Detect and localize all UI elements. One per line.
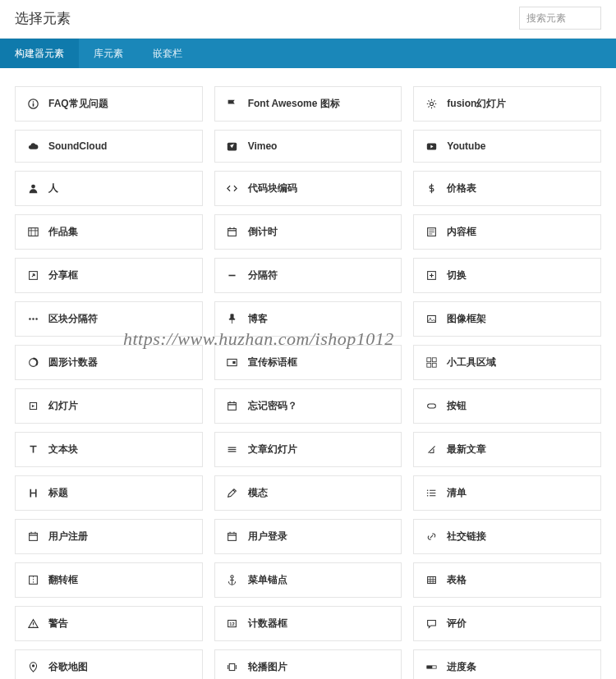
element-item-label: 社交链接 xyxy=(447,530,486,544)
carousel-icon xyxy=(227,662,238,673)
element-item[interactable]: fusion幻灯片 xyxy=(413,86,601,122)
element-item[interactable]: 标题 xyxy=(15,475,203,511)
element-item[interactable]: 代码块编码 xyxy=(214,171,402,206)
list-icon xyxy=(425,488,437,499)
element-item[interactable]: 人 xyxy=(15,171,203,206)
slides-icon xyxy=(27,401,39,412)
element-item[interactable]: 内容框 xyxy=(413,214,601,250)
element-item[interactable]: SoundCloud xyxy=(15,130,203,163)
element-item[interactable]: 忘记密码？ xyxy=(214,388,402,424)
element-item[interactable]: 评价 xyxy=(413,606,601,641)
element-item[interactable]: 文本块 xyxy=(15,432,203,467)
element-item[interactable]: 倒计时 xyxy=(214,214,402,250)
element-item[interactable]: 作品集 xyxy=(15,214,203,250)
calendar-icon xyxy=(227,227,238,238)
element-item-label: 文章幻灯片 xyxy=(248,443,297,456)
element-item[interactable]: 小工具区域 xyxy=(413,345,601,380)
element-item[interactable]: 文章幻灯片 xyxy=(214,432,402,467)
element-item[interactable]: 图像框架 xyxy=(413,301,601,337)
comment-icon xyxy=(425,618,437,630)
element-item-label: 警告 xyxy=(48,617,68,631)
element-item-label: 文本块 xyxy=(48,443,78,456)
element-item[interactable]: 社交链接 xyxy=(413,519,601,554)
elements-grid: FAQ常见问题Font Awesome 图标fusion幻灯片SoundClou… xyxy=(0,68,616,679)
element-item-label: 清单 xyxy=(447,486,467,500)
element-item-label: 分享框 xyxy=(48,268,78,282)
element-item[interactable]: 分享框 xyxy=(15,258,203,293)
element-item[interactable]: 进度条 xyxy=(413,649,601,679)
gear-icon xyxy=(425,99,437,110)
element-item-label: 轮播图片 xyxy=(248,660,287,674)
element-item[interactable]: 区块分隔符 xyxy=(15,301,203,337)
table-icon xyxy=(425,575,437,586)
element-item-label: 切换 xyxy=(447,268,467,282)
calendar-icon xyxy=(27,531,39,543)
link-icon xyxy=(425,531,437,543)
element-item[interactable]: 切换 xyxy=(413,258,601,293)
element-item-label: 倒计时 xyxy=(248,225,278,239)
tagline-icon xyxy=(227,357,238,369)
tab-library-elements[interactable]: 库元素 xyxy=(79,39,138,68)
element-item[interactable]: 计数器框 xyxy=(214,606,402,641)
search-input[interactable] xyxy=(519,7,601,30)
layers-icon xyxy=(227,444,238,456)
element-item[interactable]: 按钮 xyxy=(413,388,601,424)
flag-icon xyxy=(227,99,238,110)
heading-icon xyxy=(27,488,39,499)
dollar-icon xyxy=(425,183,437,195)
element-item-label: Vimeo xyxy=(248,140,278,152)
element-item[interactable]: Font Awesome 图标 xyxy=(214,86,402,122)
element-item-label: 分隔符 xyxy=(248,268,278,282)
element-item[interactable]: 分隔符 xyxy=(214,258,402,293)
element-item[interactable]: 警告 xyxy=(15,606,203,641)
element-item-label: 用户登录 xyxy=(248,530,287,544)
element-item[interactable]: 菜单锚点 xyxy=(214,562,402,598)
element-item-label: 幻灯片 xyxy=(48,399,78,413)
element-item-label: 小工具区域 xyxy=(447,356,496,369)
widget-icon xyxy=(425,357,437,369)
element-item[interactable]: 清单 xyxy=(413,475,601,511)
element-item-label: 表格 xyxy=(447,573,467,587)
element-item[interactable]: 最新文章 xyxy=(413,432,601,467)
element-item-label: 按钮 xyxy=(447,399,467,413)
element-item-label: 圆形计数器 xyxy=(48,356,98,369)
element-item-label: 博客 xyxy=(248,312,268,326)
element-item[interactable]: 宣传标语框 xyxy=(214,345,402,380)
element-item[interactable]: 价格表 xyxy=(413,171,601,206)
element-item[interactable]: 幻灯片 xyxy=(15,388,203,424)
element-item-label: FAQ常见问题 xyxy=(48,97,108,111)
element-item[interactable]: 用户注册 xyxy=(15,519,203,554)
element-item[interactable]: 表格 xyxy=(413,562,601,598)
calendar-icon xyxy=(227,531,238,543)
button-icon xyxy=(425,401,437,412)
element-item[interactable]: FAQ常见问题 xyxy=(15,86,203,122)
element-item-label: 图像框架 xyxy=(447,312,486,326)
anchor-icon xyxy=(227,575,238,586)
element-item[interactable]: 轮播图片 xyxy=(214,649,402,679)
element-item[interactable]: 翻转框 xyxy=(15,562,203,598)
element-item-label: 价格表 xyxy=(447,181,476,195)
element-item[interactable]: 圆形计数器 xyxy=(15,345,203,380)
element-item[interactable]: Vimeo xyxy=(214,130,402,163)
toggle-icon xyxy=(425,270,437,282)
share-icon xyxy=(27,270,39,282)
element-item-label: 作品集 xyxy=(48,225,78,239)
element-item[interactable]: Youtube xyxy=(413,130,601,163)
element-item-label: fusion幻灯片 xyxy=(447,97,506,111)
element-item-label: 宣传标语框 xyxy=(248,356,297,369)
youtube-icon xyxy=(425,140,437,152)
element-item[interactable]: 模态 xyxy=(214,475,402,511)
element-item-label: 最新文章 xyxy=(447,443,486,456)
cloud-icon xyxy=(27,140,39,152)
text-icon xyxy=(27,444,39,456)
element-item[interactable]: 谷歌地图 xyxy=(15,649,203,679)
element-item[interactable]: 博客 xyxy=(214,301,402,337)
tab-nested-columns[interactable]: 嵌套栏 xyxy=(138,39,197,68)
info-icon xyxy=(27,99,39,110)
element-item-label: 谷歌地图 xyxy=(48,660,88,674)
tab-builder-elements[interactable]: 构建器元素 xyxy=(0,39,79,68)
code-icon xyxy=(227,183,238,195)
calendar-icon xyxy=(227,401,238,412)
element-item[interactable]: 用户登录 xyxy=(214,519,402,554)
element-item-label: 内容框 xyxy=(447,225,476,239)
